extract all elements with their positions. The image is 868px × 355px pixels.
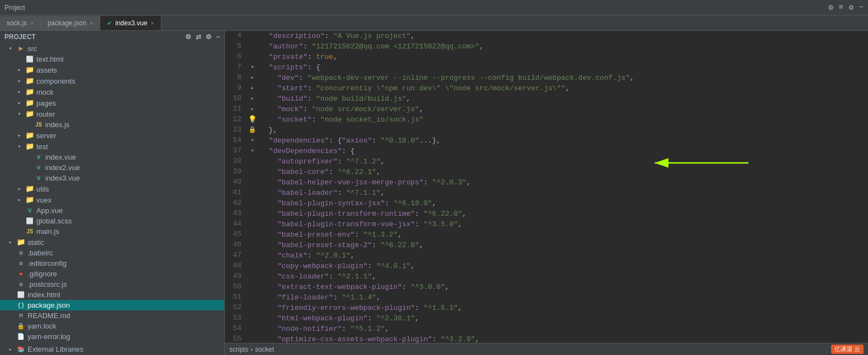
tab-index3-vue[interactable]: ✔ index3.vue × bbox=[100, 16, 161, 30]
fold-icon[interactable]: ▾ bbox=[251, 148, 255, 154]
vue-icon-index: V bbox=[34, 154, 43, 161]
tree-item-test-index-vue[interactable]: V index.vue bbox=[0, 152, 224, 162]
tree-item-test-index2-vue[interactable]: V index2.vue bbox=[0, 162, 224, 173]
tree-item-vuex[interactable]: ▸ 📁 vuex bbox=[0, 194, 224, 205]
tree-item-src[interactable]: ▾ ▶ src bbox=[0, 43, 224, 54]
sidebar-sync-icon[interactable]: ⇄ bbox=[196, 33, 201, 41]
tab-package-json[interactable]: package.json × bbox=[41, 16, 100, 30]
breadcrumb-scripts: scripts bbox=[229, 346, 249, 353]
line-gutter bbox=[247, 271, 258, 282]
line-gutter: 💡 bbox=[247, 114, 258, 125]
tree-item-index-html[interactable]: ⬜ index.html bbox=[0, 290, 224, 300]
tree-item-main-js[interactable]: JS main.js bbox=[0, 226, 224, 237]
line-number: 5 bbox=[225, 41, 247, 52]
line-gutter: ▸ bbox=[247, 94, 258, 104]
tree-item-mock[interactable]: ▸ 📁 mock bbox=[0, 86, 224, 97]
tab-index3-vue-close[interactable]: × bbox=[150, 20, 154, 26]
label-index-html: index.html bbox=[25, 291, 60, 299]
tree-item-global-scss[interactable]: ⬜ global.scss bbox=[0, 216, 224, 226]
line-code: "start": "concurrently \"npm run dev\" \… bbox=[258, 83, 868, 94]
fold-icon[interactable]: ▾ bbox=[251, 137, 255, 144]
tree-item-assets[interactable]: ▸ 📁 assets bbox=[0, 64, 224, 75]
tree-item-test-index3-vue[interactable]: V index3.vue bbox=[0, 173, 224, 183]
line-code: "babel-plugin-transform-runtime": "^6.22… bbox=[258, 209, 868, 219]
tree-item-babelrc[interactable]: ⚙ .babelrc bbox=[0, 248, 224, 258]
table-row: 9▸ "start": "concurrently \"npm run dev\… bbox=[225, 83, 868, 94]
tree-item-external-libs[interactable]: ▸ 📚 External Libraries bbox=[0, 344, 224, 354]
line-gutter bbox=[247, 292, 258, 303]
code-scroll[interactable]: 4 "description": "A Vue.js project",5 "a… bbox=[225, 31, 868, 343]
sidebar-minus-icon[interactable]: − bbox=[216, 33, 220, 41]
tree-item-router-index-js[interactable]: JS index.js bbox=[0, 119, 224, 130]
label-router-index-js: index.js bbox=[43, 121, 69, 129]
fold-icon[interactable]: ▸ bbox=[251, 95, 255, 102]
line-code: "optimize-css-assets-webpack-plugin": "^… bbox=[258, 334, 868, 343]
tree-item-pages[interactable]: ▸ 📁 pages bbox=[0, 97, 224, 108]
tree-item-components[interactable]: ▸ 📁 components bbox=[0, 75, 224, 86]
settings-gear-icon[interactable]: ⚙ bbox=[828, 3, 833, 12]
tree-item-yarn-lock[interactable]: 🔒 yarn.lock bbox=[0, 321, 224, 331]
sidebar-settings-icon[interactable]: ⚙ bbox=[185, 33, 191, 41]
line-number: 45 bbox=[225, 230, 247, 240]
tree-item-editorconfig[interactable]: ⚙ .editorconfig bbox=[0, 258, 224, 269]
line-code: "html-webpack-plugin": "^2.30.1", bbox=[258, 313, 868, 324]
breadcrumb-socket: socket bbox=[255, 346, 274, 353]
line-number: 39 bbox=[225, 167, 247, 177]
html-icon-index: ⬜ bbox=[17, 291, 25, 298]
minimize-icon[interactable]: − bbox=[859, 3, 864, 12]
arrow-postcssrc bbox=[9, 281, 17, 287]
yikezhan-badge: 亿课湛 云 bbox=[831, 345, 864, 354]
tree-item-gitignore[interactable]: ● .gitignore bbox=[0, 269, 224, 279]
label-assets: assets bbox=[34, 66, 57, 74]
line-number: 8 bbox=[225, 73, 247, 83]
label-text-html: text.html bbox=[34, 55, 63, 63]
vue-icon-index2: V bbox=[34, 165, 43, 171]
arrow-vuex: ▸ bbox=[18, 196, 25, 203]
config-icon[interactable]: ⚙ bbox=[849, 3, 853, 12]
arrow-router: ▾ bbox=[18, 111, 25, 117]
tab-sock-js[interactable]: sock.js × bbox=[0, 16, 41, 30]
line-number: 44 bbox=[225, 219, 247, 230]
line-gutter bbox=[247, 313, 258, 324]
sidebar-gear2-icon[interactable]: ⚙ bbox=[206, 33, 212, 41]
tree-item-text-html[interactable]: ⬜ text.html bbox=[0, 54, 224, 64]
tree-item-yarn-error[interactable]: 📄 yarn-error.log bbox=[0, 331, 224, 342]
fold-icon[interactable]: ▸ bbox=[251, 74, 255, 81]
tab-package-json-close[interactable]: × bbox=[90, 20, 93, 26]
folder-icon-utils: 📁 bbox=[25, 184, 34, 193]
table-row: 54 "node-notifier": "^5.1.2", bbox=[225, 324, 868, 334]
fold-icon[interactable]: ▸ bbox=[251, 85, 255, 91]
label-vuex: vuex bbox=[34, 196, 51, 204]
label-external-libs: External Libraries bbox=[25, 345, 83, 353]
arrow-assets: ▸ bbox=[18, 67, 25, 73]
tree-item-postcssrc[interactable]: ⚙ .postcssrc.js bbox=[0, 279, 224, 290]
line-number: 55 bbox=[225, 334, 247, 343]
layout-icon[interactable]: ≡ bbox=[839, 3, 843, 12]
line-gutter bbox=[247, 230, 258, 240]
tree-item-app-vue[interactable]: V App.vue bbox=[0, 205, 224, 216]
tree-item-readme[interactable]: M README.md bbox=[0, 310, 224, 321]
table-row: 4 "description": "A Vue.js project", bbox=[225, 31, 868, 41]
fold-icon[interactable]: ▸ bbox=[251, 106, 255, 112]
label-router: router bbox=[34, 110, 55, 118]
md-icon: M bbox=[17, 313, 25, 319]
label-postcssrc: .postcssrc.js bbox=[25, 280, 67, 288]
bulb-icon[interactable]: 💡 bbox=[248, 116, 257, 124]
line-number: 50 bbox=[225, 282, 247, 292]
tab-sock-js-close[interactable]: × bbox=[30, 20, 34, 26]
tree-item-test[interactable]: ▾ 📁 test bbox=[0, 141, 224, 152]
line-number: 4 bbox=[225, 31, 247, 41]
line-code: "babel-plugin-transform-vue-jsx": "^3.5.… bbox=[258, 219, 868, 230]
arrow-gitignore bbox=[9, 271, 17, 277]
tree-item-package-json[interactable]: {} package.json bbox=[0, 300, 224, 310]
label-yarn-lock: yarn.lock bbox=[25, 322, 56, 330]
tree-item-server[interactable]: ▸ 📁 server bbox=[0, 130, 224, 141]
folder-icon-vuex: 📁 bbox=[25, 195, 34, 204]
tree-item-static[interactable]: ▸ 📁 static bbox=[0, 237, 224, 248]
label-gitignore: .gitignore bbox=[25, 270, 57, 278]
table-row: 37▾ "devDependencies": { bbox=[225, 146, 868, 156]
tree-item-utils[interactable]: ▸ 📁 utils bbox=[0, 183, 224, 194]
fold-icon[interactable]: ▾ bbox=[251, 64, 255, 70]
tree-item-router[interactable]: ▾ 📁 router bbox=[0, 108, 224, 119]
label-test: test bbox=[34, 143, 48, 151]
